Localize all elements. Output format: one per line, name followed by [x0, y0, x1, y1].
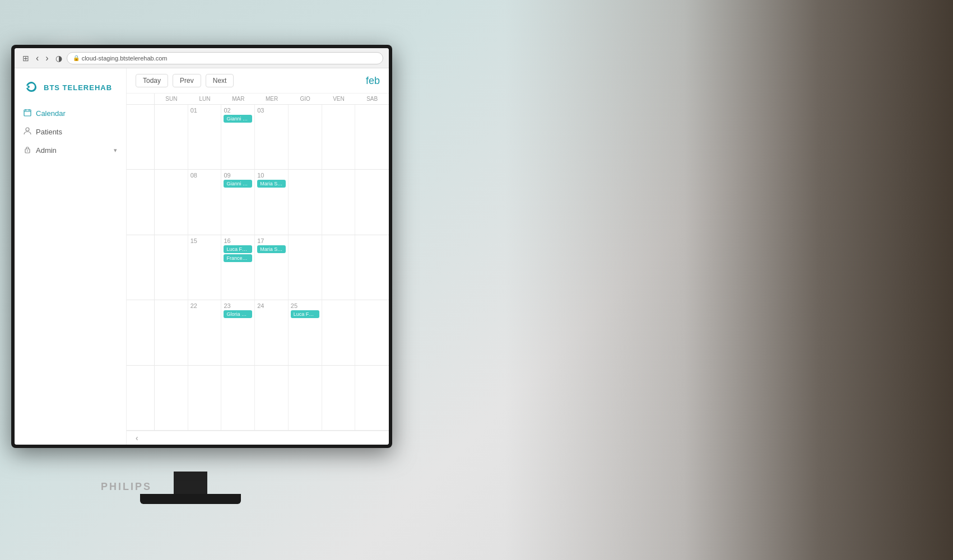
header-ven: ven — [322, 94, 356, 104]
event-chip[interactable]: Gianni Pini — [224, 180, 252, 188]
patients-icon — [24, 127, 31, 137]
day-cell[interactable]: 02 Gianni Pini — [221, 105, 255, 169]
day-cell[interactable]: 16 Luca Ferrari Francesco Mariotti -... — [221, 235, 255, 300]
browser-bar: ⊞ ‹ › ◑ 🔒 cloud-staging.btstelerehab.com — [15, 48, 389, 68]
forward-arrow-icon[interactable]: › — [43, 52, 50, 64]
svg-rect-1 — [24, 110, 31, 116]
day-number: 17 — [257, 237, 286, 244]
day-number: 02 — [224, 107, 252, 114]
theme-icon[interactable]: ◑ — [55, 54, 62, 63]
monitor-stand — [140, 472, 241, 504]
day-cell[interactable] — [355, 235, 389, 300]
week-num-4 — [127, 300, 155, 365]
day-number: 08 — [190, 172, 219, 179]
sidebar-toggle-icon[interactable]: ⊞ — [22, 54, 29, 63]
day-cell[interactable]: 22 — [188, 300, 222, 365]
day-cell[interactable] — [322, 170, 356, 234]
day-cell[interactable]: 03 — [255, 105, 289, 169]
day-number: 03 — [257, 107, 286, 114]
day-cell[interactable] — [322, 300, 356, 365]
next-button[interactable]: Next — [206, 74, 234, 87]
bottom-collapse-arrow[interactable]: ‹ — [127, 431, 389, 445]
day-cell[interactable]: 24 — [255, 300, 289, 365]
day-cell[interactable]: 10 Maria Stell... — [255, 170, 289, 234]
admin-icon — [24, 146, 31, 155]
monitor-screen: ⊞ ‹ › ◑ 🔒 cloud-staging.btstelerehab.com — [15, 48, 389, 445]
header-lun: lun — [188, 94, 222, 104]
today-button[interactable]: Today — [136, 74, 168, 87]
header-gio: gio — [289, 94, 322, 104]
day-number: 16 — [224, 237, 252, 244]
calendar-body: 01 02 Gianni Pini 03 — [127, 105, 389, 431]
day-cell[interactable] — [355, 300, 389, 365]
week-num-1 — [127, 105, 155, 169]
day-cell[interactable] — [322, 105, 356, 169]
calendar-icon — [24, 109, 31, 118]
url-text: cloud-staging.btstelerehab.com — [82, 55, 168, 62]
day-cell[interactable]: 08 — [188, 170, 222, 234]
day-cell[interactable] — [289, 235, 322, 300]
prev-button[interactable]: Prev — [173, 74, 201, 87]
day-cell[interactable] — [322, 366, 356, 430]
event-chip[interactable]: Gloria De Giorgi — [224, 310, 252, 318]
calendar-week-3: 15 16 Luca Ferrari Francesco Mariotti -.… — [127, 235, 389, 300]
day-number: 10 — [257, 172, 286, 179]
sidebar-item-admin[interactable]: Admin ▾ — [15, 141, 126, 160]
day-cell[interactable]: 17 Maria Stellin — [255, 235, 289, 300]
week-num-5 — [127, 366, 155, 430]
logo-area: BTS TELEREHAB — [15, 77, 126, 104]
day-cell[interactable]: 09 Gianni Pini — [221, 170, 255, 234]
calendar-week-5 — [127, 366, 389, 431]
event-chip[interactable]: Maria Stell... — [257, 180, 286, 188]
lock-icon: 🔒 — [73, 55, 80, 61]
day-number: 22 — [190, 302, 219, 309]
week-corner — [127, 94, 155, 104]
sidebar-item-calendar[interactable]: Calendar — [15, 104, 126, 123]
day-cell[interactable] — [255, 366, 289, 430]
day-cell[interactable]: 25 Luca Ferrari 2 — [289, 300, 322, 365]
day-cell[interactable] — [289, 170, 322, 234]
day-cell[interactable] — [155, 300, 188, 365]
week-num-2 — [127, 170, 155, 234]
day-cell[interactable]: 15 — [188, 235, 222, 300]
sidebar-item-patients-label: Patients — [36, 128, 62, 136]
event-chip[interactable]: Luca Ferrari — [224, 245, 252, 253]
day-cell[interactable]: 01 — [188, 105, 222, 169]
header-sab: sab — [355, 94, 389, 104]
day-cell[interactable] — [289, 105, 322, 169]
day-cell[interactable] — [355, 366, 389, 430]
philips-brand-label: PHILIPS — [101, 481, 152, 493]
header-mar: mar — [221, 94, 255, 104]
day-cell[interactable] — [188, 366, 222, 430]
event-chip[interactable]: Maria Stellin — [257, 245, 286, 253]
calendar-toolbar: Today Prev Next feb — [127, 68, 389, 94]
event-chip[interactable]: Luca Ferrari 2 — [291, 310, 319, 318]
admin-chevron-icon: ▾ — [114, 147, 117, 154]
monitor-frame: ⊞ ‹ › ◑ 🔒 cloud-staging.btstelerehab.com — [11, 45, 392, 448]
calendar-week-1: 01 02 Gianni Pini 03 — [127, 105, 389, 170]
day-cell[interactable] — [322, 235, 356, 300]
calendar-week-4: 22 23 Gloria De Giorgi 24 25 Luca Ferrar… — [127, 300, 389, 365]
app-container: BTS TELEREHAB Calendar — [15, 68, 389, 445]
day-cell[interactable] — [221, 366, 255, 430]
day-cell[interactable] — [355, 105, 389, 169]
address-bar[interactable]: 🔒 cloud-staging.btstelerehab.com — [67, 52, 383, 64]
day-number: 01 — [190, 107, 219, 114]
week-num-3 — [127, 235, 155, 300]
header-sun: sun — [155, 94, 188, 104]
day-cell[interactable] — [155, 105, 188, 169]
day-number: 15 — [190, 237, 219, 244]
back-arrow-icon[interactable]: ‹ — [34, 52, 41, 64]
sidebar-item-patients[interactable]: Patients — [15, 123, 126, 141]
svg-point-0 — [27, 86, 30, 88]
event-chip[interactable]: Gianni Pini — [224, 115, 252, 123]
day-cell[interactable] — [155, 235, 188, 300]
event-chip[interactable]: Francesco Mariotti -... — [224, 254, 252, 262]
day-cell[interactable]: 23 Gloria De Giorgi — [221, 300, 255, 365]
monitor-base — [140, 494, 241, 504]
calendar-week-2: 08 09 Gianni Pini 10 Maria Stell... — [127, 170, 389, 235]
day-cell[interactable] — [355, 170, 389, 234]
day-cell[interactable] — [155, 170, 188, 234]
day-cell[interactable] — [155, 366, 188, 430]
day-cell[interactable] — [289, 366, 322, 430]
